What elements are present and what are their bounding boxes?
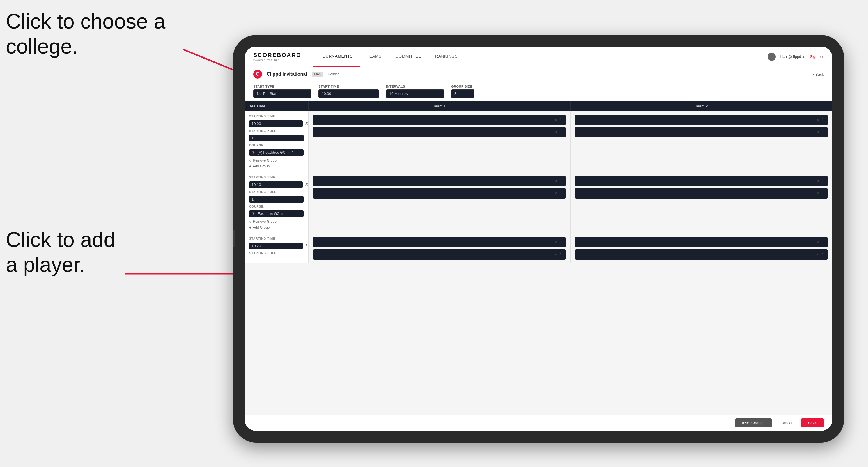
player-slot[interactable]: × ⌃ [575, 115, 828, 125]
slot-remove-icon[interactable]: × [817, 240, 819, 244]
table-header: Tee Time Team 1 Team 2 [245, 101, 833, 111]
player-slot[interactable]: × ⌃ [575, 127, 828, 137]
slot-remove-icon[interactable]: × [817, 130, 819, 134]
slot-expand-icon[interactable]: ⌃ [559, 240, 562, 244]
hosting-label: Hosting [328, 72, 340, 76]
slot-remove-icon[interactable]: × [555, 179, 557, 183]
save-button[interactable]: Save [801, 418, 824, 427]
team1-panel-3: × ⌃ × ⌃ [309, 234, 570, 263]
table-row: Starting Time: ⏱ Starting Hole: 1 Course… [245, 173, 833, 234]
player-slot[interactable]: × ⌃ [313, 249, 565, 260]
logo-text: SCOREBOARD [253, 52, 301, 59]
slot-expand-icon[interactable]: ⌃ [821, 252, 824, 256]
time-input-2[interactable] [249, 181, 303, 188]
slot-remove-icon[interactable]: × [555, 130, 557, 134]
remove-group-btn-1[interactable]: ○ Remove Group [249, 158, 304, 163]
start-time-label: Start Time [318, 85, 379, 88]
th-team2: Team 2 [570, 101, 833, 111]
tab-tournaments[interactable]: TOURNAMENTS [313, 46, 360, 67]
player-slot[interactable]: × ⌃ [313, 115, 565, 125]
slot-remove-icon[interactable]: × [555, 118, 557, 122]
hole-select-2[interactable]: 1 [249, 196, 304, 203]
clock-icon-1: ⏱ [305, 121, 309, 126]
slot-remove-icon[interactable]: × [817, 179, 819, 183]
slot-expand-icon[interactable]: ⌃ [821, 179, 824, 183]
slot-remove-icon[interactable]: × [555, 191, 557, 195]
tablet-screen: SCOREBOARD Powered by clippd TOURNAMENTS… [245, 46, 833, 431]
tab-rankings[interactable]: RANKINGS [428, 46, 465, 67]
time-input-row-2: ⏱ [249, 181, 304, 188]
tab-committee[interactable]: COMMITTEE [389, 46, 429, 67]
starting-time-label-3: Starting Time: [249, 237, 304, 240]
tab-teams[interactable]: TEAMS [360, 46, 389, 67]
intervals-select[interactable]: 10 Minutes [386, 89, 444, 98]
time-input-1[interactable] [249, 120, 303, 127]
slot-expand-icon[interactable]: ⌃ [821, 191, 824, 195]
user-email: blair@clippd.io [780, 55, 805, 59]
cancel-button[interactable]: Cancel [775, 418, 797, 427]
course-tag-1[interactable]: 🏌 (A) Peachtree GC × ⌃ [249, 149, 304, 156]
course-remove-1[interactable]: × [287, 151, 289, 154]
slot-expand-icon[interactable]: ⌃ [821, 118, 824, 122]
time-input-row-1: ⏱ [249, 120, 304, 127]
starting-time-label-1: Starting Time: [249, 115, 304, 118]
remove-group-btn-2[interactable]: ○ Remove Group [249, 219, 304, 224]
slot-remove-icon[interactable]: × [555, 252, 557, 256]
slot-expand-icon[interactable]: ⌃ [559, 179, 562, 183]
starting-time-label-2: Starting Time: [249, 176, 304, 179]
slot-expand-icon[interactable]: ⌃ [559, 118, 562, 122]
slot-remove-icon[interactable]: × [555, 240, 557, 244]
top-nav: SCOREBOARD Powered by clippd TOURNAMENTS… [245, 46, 833, 67]
group-actions-2: ○ Remove Group + Add Group [249, 219, 304, 230]
add-group-icon-2: + [249, 225, 251, 230]
add-group-btn-1[interactable]: + Add Group [249, 164, 304, 168]
course-name-2: East Lake GC [258, 212, 279, 216]
player-slot[interactable]: × ⌃ [313, 127, 565, 137]
reset-changes-button[interactable]: Reset Changes [735, 418, 772, 427]
slot-remove-icon[interactable]: × [817, 252, 819, 256]
slot-expand-icon[interactable]: ⌃ [559, 252, 562, 256]
course-expand-1[interactable]: ⌃ [291, 151, 294, 155]
course-name-1: (A) Peachtree GC [258, 151, 285, 155]
slot-remove-icon[interactable]: × [817, 191, 819, 195]
player-slot[interactable]: × ⌃ [313, 237, 565, 247]
player-slot[interactable]: × ⌃ [313, 188, 565, 198]
start-type-group: Start Type 1st Tee Start [253, 85, 311, 98]
sign-out-link[interactable]: Sign out [810, 55, 824, 59]
annotation-top-line2: college. [6, 35, 78, 58]
player-slot[interactable]: × ⌃ [575, 176, 828, 186]
th-tee-time: Tee Time [245, 101, 309, 111]
group-size-select[interactable]: 3 [451, 89, 474, 98]
slot-expand-icon[interactable]: ⌃ [559, 191, 562, 195]
add-group-btn-2[interactable]: + Add Group [249, 225, 304, 230]
tablet-side-button [233, 230, 235, 247]
tablet-frame: SCOREBOARD Powered by clippd TOURNAMENTS… [233, 35, 844, 442]
slot-expand-icon[interactable]: ⌃ [821, 240, 824, 244]
logo-sub: Powered by clippd [253, 59, 301, 61]
back-button[interactable]: ‹ Back [813, 72, 824, 76]
th-team1: Team 1 [309, 101, 570, 111]
start-time-input[interactable] [318, 89, 379, 98]
course-expand-2[interactable]: ⌃ [285, 212, 287, 216]
slot-expand-icon[interactable]: ⌃ [559, 130, 562, 134]
tee-left-panel-1: Starting Time: ⏱ Starting Hole: 1 Course… [245, 111, 309, 172]
player-slot[interactable]: × ⌃ [313, 176, 565, 186]
player-slot[interactable]: × ⌃ [575, 249, 828, 260]
remove-group-icon-1: ○ [249, 158, 251, 163]
course-remove-2[interactable]: × [281, 212, 283, 215]
team2-panel-1: × ⌃ × ⌃ [570, 111, 833, 172]
app-footer: Reset Changes Cancel Save [245, 414, 833, 431]
scoreboard-logo: SCOREBOARD Powered by clippd [253, 52, 301, 61]
group-size-label: Group Size [451, 85, 474, 88]
user-avatar [768, 53, 776, 61]
course-tag-2[interactable]: 🏌 East Lake GC × ⌃ [249, 211, 304, 217]
clock-icon-2: ⏱ [305, 183, 309, 187]
slot-remove-icon[interactable]: × [817, 118, 819, 122]
time-input-3[interactable] [249, 243, 303, 249]
main-content: Starting Time: ⏱ Starting Hole: 1 Course… [245, 111, 833, 414]
slot-expand-icon[interactable]: ⌃ [821, 130, 824, 134]
player-slot[interactable]: × ⌃ [575, 237, 828, 247]
start-type-select[interactable]: 1st Tee Start [253, 89, 311, 98]
hole-select-1[interactable]: 1 [249, 135, 304, 142]
player-slot[interactable]: × ⌃ [575, 188, 828, 198]
